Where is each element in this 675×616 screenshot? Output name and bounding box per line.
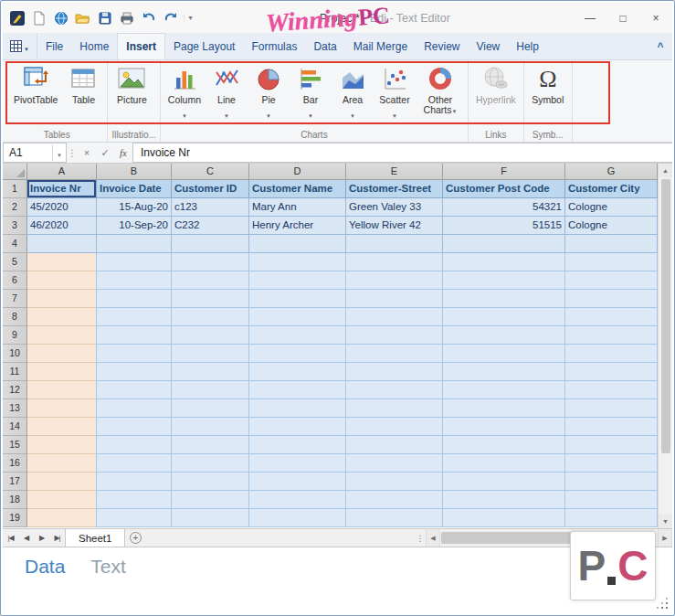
cell-B4[interactable] (97, 235, 172, 253)
tab-mail-merge[interactable]: Mail Merge (345, 33, 416, 59)
cell-F9[interactable] (443, 326, 565, 345)
cell-F13[interactable] (443, 399, 565, 418)
cell-G14[interactable] (565, 418, 658, 436)
cell-A8[interactable] (27, 308, 97, 326)
cell-G5[interactable] (565, 253, 658, 271)
cell-A15[interactable] (27, 436, 97, 454)
row-header-17[interactable]: 17 (3, 473, 27, 491)
cell-F7[interactable] (443, 290, 565, 308)
cell-E15[interactable] (346, 436, 443, 454)
cell-F12[interactable] (443, 381, 565, 399)
tab-file[interactable]: File (37, 33, 71, 59)
doc-tab-text[interactable]: Text (90, 556, 126, 578)
qat-dropdown-icon[interactable] (184, 15, 196, 21)
cell-E13[interactable] (346, 399, 443, 418)
cell-C17[interactable] (172, 473, 249, 491)
previous-sheet-button[interactable]: ◀ (18, 529, 34, 547)
redo-icon[interactable] (162, 9, 179, 27)
cell-A2[interactable]: 45/2020 (27, 198, 97, 217)
cell-D15[interactable] (249, 436, 346, 454)
cell-B11[interactable] (97, 363, 172, 381)
cell-G12[interactable] (565, 381, 658, 399)
cell-E10[interactable] (346, 345, 443, 363)
row-header-5[interactable]: 5 (3, 253, 27, 271)
cell-D12[interactable] (249, 381, 346, 399)
cell-C19[interactable] (172, 509, 249, 527)
cell-D13[interactable] (249, 399, 346, 418)
column-header-A[interactable]: A (27, 164, 97, 180)
cell-A1[interactable]: Invoice Nr (27, 180, 97, 198)
cell-D5[interactable] (249, 253, 346, 271)
cell-G6[interactable] (565, 271, 658, 290)
cell-D14[interactable] (249, 418, 346, 436)
cell-B13[interactable] (97, 399, 172, 418)
cell-B8[interactable] (97, 308, 172, 326)
cell-F19[interactable] (443, 509, 565, 527)
cell-B2[interactable]: 15-Aug-20 (97, 198, 172, 217)
cell-C7[interactable] (172, 290, 249, 308)
cell-D9[interactable] (249, 326, 346, 345)
cell-A12[interactable] (27, 381, 97, 399)
minimize-button[interactable]: — (574, 3, 606, 33)
cell-B1[interactable]: Invoice Date (97, 180, 172, 198)
row-header-14[interactable]: 14 (3, 418, 27, 436)
row-header-15[interactable]: 15 (3, 436, 27, 454)
cell-C6[interactable] (172, 271, 249, 290)
cell-G7[interactable] (565, 290, 658, 308)
cell-F17[interactable] (443, 473, 565, 491)
cell-A19[interactable] (27, 509, 97, 527)
cell-C9[interactable] (172, 326, 249, 345)
resize-grip[interactable] (658, 599, 670, 611)
cell-F14[interactable] (443, 418, 565, 436)
cell-D10[interactable] (249, 345, 346, 363)
cell-E18[interactable] (346, 491, 443, 509)
cell-A3[interactable]: 46/2020 (27, 217, 97, 235)
row-header-13[interactable]: 13 (3, 399, 27, 418)
cell-F6[interactable] (443, 271, 565, 290)
cell-C3[interactable]: C232 (172, 217, 249, 235)
doc-tab-data[interactable]: Data (25, 556, 65, 578)
tab-insert[interactable]: Insert (117, 33, 165, 59)
cell-C13[interactable] (172, 399, 249, 418)
cell-G19[interactable] (565, 509, 658, 527)
row-header-3[interactable]: 3 (3, 217, 27, 235)
cell-A14[interactable] (27, 418, 97, 436)
cell-A6[interactable] (27, 271, 97, 290)
confirm-entry-button[interactable]: ✓ (96, 143, 114, 163)
cell-D19[interactable] (249, 509, 346, 527)
cell-F2[interactable]: 54321 (443, 198, 565, 217)
scroll-right-icon[interactable]: ▶ (658, 529, 672, 547)
cell-A13[interactable] (27, 399, 97, 418)
cell-C18[interactable] (172, 491, 249, 509)
add-sheet-button[interactable]: + (125, 529, 145, 547)
cell-F8[interactable] (443, 308, 565, 326)
close-button[interactable]: × (639, 3, 672, 33)
row-header-1[interactable]: 1 (3, 180, 27, 198)
new-file-icon[interactable] (30, 9, 47, 27)
cell-F11[interactable] (443, 363, 565, 381)
tab-formulas[interactable]: Formulas (243, 33, 305, 59)
cell-C15[interactable] (172, 436, 249, 454)
cell-A11[interactable] (27, 363, 97, 381)
cell-E19[interactable] (346, 509, 443, 527)
cell-B15[interactable] (97, 436, 172, 454)
cell-C10[interactable] (172, 345, 249, 363)
row-header-4[interactable]: 4 (3, 235, 27, 253)
area-chart-button[interactable]: Area (332, 62, 373, 114)
cell-E12[interactable] (346, 381, 443, 399)
cell-B12[interactable] (97, 381, 172, 399)
cancel-entry-button[interactable]: × (78, 143, 96, 163)
scroll-left-icon[interactable]: ◀ (426, 529, 440, 547)
cell-E17[interactable] (346, 473, 443, 491)
cell-D2[interactable]: Mary Ann (249, 198, 346, 217)
save-icon[interactable] (96, 9, 113, 27)
web-icon[interactable] (52, 9, 69, 27)
cell-B5[interactable] (97, 253, 172, 271)
tab-page-layout[interactable]: Page Layout (165, 33, 243, 59)
cell-E8[interactable] (346, 308, 443, 326)
bar-chart-button[interactable]: Bar (290, 62, 331, 114)
cell-C8[interactable] (172, 308, 249, 326)
cell-C2[interactable]: c123 (172, 198, 249, 217)
maximize-button[interactable]: □ (606, 3, 639, 33)
menu-button[interactable] (3, 33, 37, 59)
